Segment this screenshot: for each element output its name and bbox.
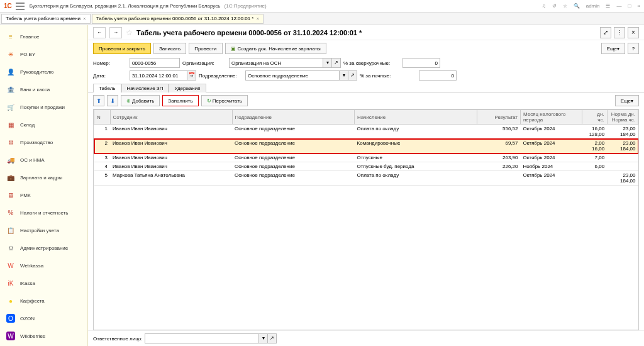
search-icon[interactable]: 🔍	[574, 3, 580, 9]
col-norm[interactable]: Норма дн.Норма чс.	[607, 110, 638, 125]
overtime-field[interactable]	[402, 58, 440, 68]
more-button[interactable]: Еще ▾	[601, 43, 625, 54]
sidebar-item-label: Руководителю	[20, 69, 53, 75]
content: ← → ☆ Табель учета рабочего времени 0000…	[88, 25, 644, 346]
sidebar-item[interactable]: ⚙Производство	[0, 133, 87, 151]
sidebar-item-icon: 👤	[6, 67, 15, 76]
sidebar-item[interactable]: iKiKassa	[0, 274, 87, 292]
sidebar-item[interactable]: 🏦Банк и касса	[0, 81, 87, 98]
col-result[interactable]: Результат	[477, 110, 521, 125]
sidebar-item[interactable]: 🖥РМК	[0, 186, 87, 204]
open-icon[interactable]: ↗	[332, 58, 341, 68]
sidebar-item-icon: ⚙	[6, 243, 15, 252]
move-up-icon[interactable]: ⬆	[93, 95, 104, 106]
save-button[interactable]: Записать	[153, 43, 186, 54]
close-icon[interactable]: ×	[637, 3, 640, 9]
help-button[interactable]: ?	[628, 43, 639, 54]
star-icon[interactable]: ☆	[563, 3, 567, 9]
table-row[interactable]: 2Иванов Иван ИвановичОсновное подразделе…	[94, 139, 638, 153]
col-days-hrs[interactable]: дн.чс.	[582, 110, 607, 125]
hamburger-icon[interactable]	[16, 3, 25, 10]
dept-label: Подразделение:	[199, 73, 243, 79]
inner-tab-deductions[interactable]: Удержания	[169, 84, 206, 92]
date-label: Дата:	[93, 73, 127, 79]
tab[interactable]: Табель учета рабочего времени×	[1, 14, 91, 24]
resp-field[interactable]	[145, 333, 259, 343]
sidebar-item[interactable]: 📋Настройки учета	[0, 221, 87, 239]
inner-tabs: Табель Начисление ЗП Удержания	[88, 83, 644, 92]
settings-icon[interactable]: ☰	[606, 3, 610, 9]
sidebar-item-icon: %	[6, 208, 15, 217]
inner-tab-accrual[interactable]: Начисление ЗП	[121, 84, 169, 92]
col-period[interactable]: Месяц налогового периода	[521, 110, 582, 125]
col-dept[interactable]: Подразделение	[232, 110, 355, 125]
sidebar-item[interactable]: 💼Зарплата и кадры	[0, 169, 87, 186]
history-icon[interactable]: ↺	[552, 3, 557, 9]
create-accrual-button[interactable]: ▣Создать док. Начисление зарплаты	[225, 43, 326, 54]
inner-tab-table[interactable]: Табель	[93, 84, 121, 92]
sidebar-item-label: Настройки учета	[20, 228, 59, 233]
dept-field[interactable]	[245, 70, 340, 81]
minimize-icon[interactable]: —	[616, 3, 621, 9]
table-row[interactable]: 1Иванов Иван ИвановичОсновное подразделе…	[94, 125, 638, 139]
sidebar-item[interactable]: ≡Главное	[0, 28, 87, 45]
sidebar-item-label: Производство	[20, 140, 53, 145]
expand-icon[interactable]: ⤢	[600, 27, 611, 38]
sidebar-item[interactable]: ⚙Администрирование	[0, 239, 87, 257]
move-down-icon[interactable]: ⬇	[107, 95, 118, 106]
sidebar-item[interactable]: ✳РО.BY	[0, 45, 87, 63]
post-close-button[interactable]: Провести и закрыть	[93, 43, 151, 54]
sidebar-item[interactable]: 🛒Покупки и продажи	[0, 98, 87, 116]
sidebar-item-icon: W	[6, 261, 15, 270]
sidebar-item-label: ОС и НМА	[20, 157, 45, 163]
night-label: % за ночные:	[360, 73, 416, 79]
add-row-button[interactable]: ⊕Добавить	[121, 95, 160, 106]
col-employee[interactable]: Сотрудник	[110, 110, 232, 125]
open-icon[interactable]: ↗	[348, 70, 357, 81]
sidebar-item[interactable]: WWebkassa	[0, 257, 87, 274]
org-field[interactable]	[229, 58, 323, 68]
night-field[interactable]	[419, 70, 457, 81]
sidebar-item-icon: 🖥	[6, 191, 15, 199]
post-button[interactable]: Провести	[189, 43, 222, 54]
open-icon[interactable]: ↗	[268, 333, 277, 343]
menu-icon[interactable]: ⋮	[614, 27, 625, 38]
sidebar-item[interactable]: WWildberries	[0, 327, 87, 345]
date-field[interactable]	[130, 70, 187, 81]
dropdown-icon[interactable]: ▾	[340, 70, 348, 81]
tab-close-icon[interactable]: ×	[83, 16, 86, 21]
sidebar-item-label: Зарплата и кадры	[20, 175, 62, 181]
sidebar-item-icon: 🏦	[6, 85, 15, 94]
bell-icon[interactable]: ♫	[542, 3, 546, 9]
sidebar-item[interactable]: 👤Руководителю	[0, 63, 87, 81]
recount-button[interactable]: ↻Пересчитать	[201, 95, 248, 106]
sidebar-item[interactable]: ●Каффеста	[0, 292, 87, 310]
sidebar-item-label: OZON	[20, 316, 35, 321]
sidebar-item[interactable]: 🚚ОС и НМА	[0, 151, 87, 169]
fill-button[interactable]: Заполнить	[162, 95, 198, 106]
maximize-icon[interactable]: □	[628, 3, 631, 9]
dropdown-icon[interactable]: ▾	[323, 58, 332, 68]
calendar-icon[interactable]: 📅	[187, 70, 196, 81]
sidebar-item[interactable]: ▦Склад	[0, 116, 87, 133]
table-row[interactable]: 5Маркова Татьяна АнатольевнаОсновное под…	[94, 171, 638, 186]
sidebar-item-icon: ✳	[6, 50, 15, 59]
col-accrual[interactable]: Начисление	[355, 110, 477, 125]
sidebar-item-label: iKassa	[20, 281, 35, 286]
nav-fwd-button[interactable]: →	[109, 27, 122, 38]
tabsbar: Табель учета рабочего времени× Табель уч…	[0, 13, 644, 25]
sidebar-item[interactable]: OOZON	[0, 310, 87, 327]
favorite-icon[interactable]: ☆	[126, 28, 133, 37]
number-field[interactable]	[130, 58, 180, 68]
col-n[interactable]: N	[94, 110, 111, 125]
dropdown-icon[interactable]: ▾	[259, 333, 268, 343]
table-row[interactable]: 3Иванов Иван ИвановичОсновное подразделе…	[94, 153, 638, 162]
table-row[interactable]: 4Иванов Иван ИвановичОсновное подразделе…	[94, 162, 638, 171]
close-doc-icon[interactable]: ×	[628, 27, 639, 38]
tab[interactable]: Табель учета рабочего времени 0000-0056 …	[92, 14, 264, 24]
sidebar-item[interactable]: %Налоги и отчетность	[0, 204, 87, 221]
sidebar-item-icon: ●	[6, 296, 15, 305]
nav-back-button[interactable]: ←	[93, 27, 106, 38]
tab-close-icon[interactable]: ×	[256, 16, 259, 21]
table-more-button[interactable]: Еще ▾	[615, 95, 639, 106]
